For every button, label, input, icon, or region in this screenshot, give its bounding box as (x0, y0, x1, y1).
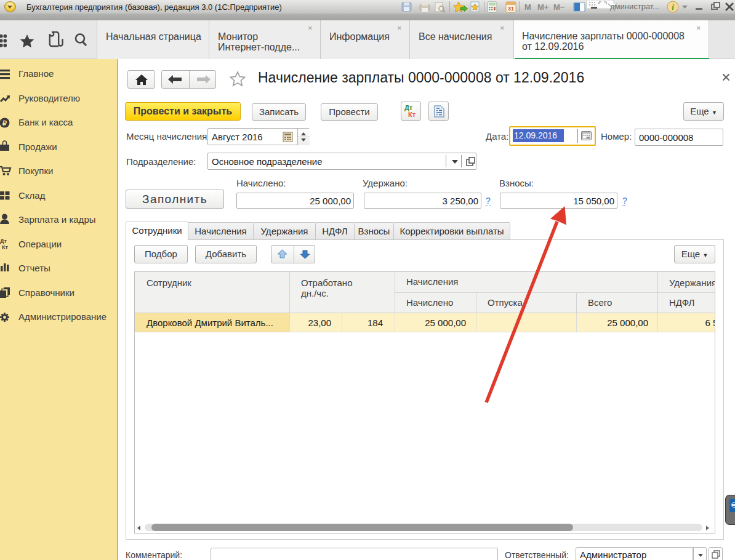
svg-text:₽: ₽ (2, 119, 7, 127)
svg-text:Кт: Кт (2, 244, 8, 250)
svg-text:M+: M+ (537, 2, 549, 12)
svg-text:M: M (524, 2, 531, 12)
svg-text:Дт: Дт (0, 238, 7, 244)
svg-text:i: i (672, 2, 674, 12)
svg-text:M−: M− (553, 2, 565, 12)
svg-text:31: 31 (508, 6, 514, 12)
